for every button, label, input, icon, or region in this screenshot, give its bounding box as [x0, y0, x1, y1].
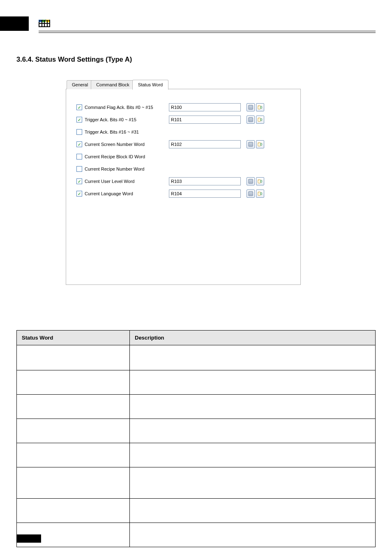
svg-rect-46 — [249, 194, 250, 194]
trigger-ack-16-31: Trigger Ack. Bits #16 ~ #31 — [76, 127, 293, 136]
svg-rect-27 — [249, 146, 250, 146]
table-row — [17, 419, 376, 443]
current-recipe-block-id-word-checkbox[interactable] — [76, 154, 82, 160]
svg-rect-45 — [249, 192, 252, 193]
current-screen-number-word-input[interactable] — [169, 140, 241, 148]
table-cell-description — [130, 523, 376, 547]
current-user-level-word-checkbox[interactable] — [76, 178, 82, 184]
header-accent-block — [0, 16, 29, 31]
keypad-icon[interactable] — [247, 177, 255, 185]
command-flag-ack-0-15-checkbox[interactable] — [76, 104, 82, 110]
svg-rect-37 — [251, 181, 252, 182]
table-row — [17, 467, 376, 499]
trigger-ack-16-31-label: Trigger Ack. Bits #16 ~ #31 — [85, 130, 169, 134]
table-cell-description — [130, 370, 376, 395]
trigger-ack-0-15-label: Trigger Ack. Bits #0 ~ #15 — [85, 117, 169, 122]
current-screen-number-word-label: Current Screen Number Word — [85, 142, 169, 147]
svg-rect-25 — [250, 144, 251, 145]
table-cell-status-word — [17, 345, 130, 370]
svg-point-43 — [258, 180, 259, 180]
status-word-description-table: Status Word Description — [16, 330, 376, 547]
tag-browser-icon[interactable] — [256, 103, 264, 111]
table-cell-status-word — [17, 395, 130, 419]
svg-point-54 — [258, 192, 259, 193]
table-cell-description — [130, 467, 376, 499]
svg-rect-29 — [251, 146, 252, 146]
trigger-ack-0-15-input[interactable] — [169, 116, 241, 124]
current-recipe-number-word-checkbox[interactable] — [76, 166, 82, 172]
section-title: 3.6.4. Status Word Settings (Type A) — [16, 56, 392, 63]
table-cell-description — [130, 443, 376, 467]
keypad-icon[interactable] — [247, 116, 255, 124]
table-cell-description — [130, 345, 376, 370]
svg-rect-19 — [258, 118, 261, 122]
trigger-ack-16-31-checkbox[interactable] — [76, 129, 82, 135]
table-row — [17, 345, 376, 370]
table-header-description: Description — [130, 331, 376, 345]
table-cell-status-word — [17, 467, 130, 499]
table-cell-status-word — [17, 419, 130, 443]
svg-rect-41 — [258, 180, 261, 183]
svg-rect-4 — [251, 107, 252, 108]
table-row — [17, 523, 376, 547]
svg-rect-6 — [250, 109, 251, 109]
current-language-word-checkbox[interactable] — [76, 191, 82, 197]
table-row — [17, 370, 376, 395]
dialog-tabs: General Command Block Status Word — [66, 80, 301, 89]
svg-rect-16 — [249, 121, 250, 122]
command-flag-ack-0-15-input[interactable] — [169, 103, 241, 111]
svg-rect-9 — [261, 106, 262, 108]
svg-rect-31 — [261, 143, 262, 145]
footer-accent-block — [16, 534, 41, 543]
svg-rect-12 — [249, 118, 252, 119]
table-cell-status-word — [17, 499, 130, 523]
svg-point-32 — [258, 143, 259, 143]
table-cell-description — [130, 395, 376, 419]
table-row — [17, 443, 376, 467]
svg-rect-15 — [251, 120, 252, 120]
keypad-icon[interactable] — [247, 140, 255, 148]
svg-rect-8 — [258, 106, 261, 109]
page-header — [0, 0, 392, 33]
tab-command-block[interactable]: Command Block — [91, 80, 135, 89]
svg-rect-47 — [250, 194, 251, 194]
table-header-status-word: Status Word — [17, 331, 130, 345]
svg-rect-30 — [258, 143, 261, 146]
svg-rect-26 — [251, 144, 252, 145]
svg-rect-7 — [251, 109, 252, 109]
tag-browser-icon[interactable] — [256, 116, 264, 124]
trigger-ack-0-15-checkbox[interactable] — [76, 117, 82, 123]
svg-rect-23 — [249, 143, 252, 144]
tab-general[interactable]: General — [67, 80, 93, 89]
trigger-ack-0-15: Trigger Ack. Bits #0 ~ #15 — [76, 115, 293, 124]
table-cell-status-word — [17, 443, 130, 467]
command-flag-ack-0-15-label: Command Flag Ack. Bits #0 ~ #15 — [85, 105, 169, 110]
tag-browser-icon[interactable] — [256, 177, 264, 185]
svg-rect-14 — [250, 120, 251, 120]
svg-rect-53 — [261, 192, 262, 194]
current-language-word-label: Current Language Word — [85, 191, 169, 196]
tag-browser-icon[interactable] — [256, 190, 264, 198]
current-recipe-block-id-word-label: Current Recipe Block ID Word — [85, 154, 169, 159]
current-language-word-input[interactable] — [169, 190, 241, 198]
header-rule — [39, 31, 376, 33]
current-user-level-word-input[interactable] — [169, 177, 241, 185]
tag-browser-icon[interactable] — [256, 140, 264, 148]
tab-status-word[interactable]: Status Word — [132, 80, 168, 90]
svg-rect-28 — [250, 146, 251, 146]
svg-rect-24 — [249, 144, 250, 145]
svg-rect-3 — [250, 107, 251, 108]
svg-rect-35 — [249, 181, 250, 182]
svg-rect-17 — [250, 121, 251, 122]
svg-rect-52 — [258, 192, 261, 196]
svg-point-10 — [258, 106, 259, 106]
current-screen-number-word-checkbox[interactable] — [76, 141, 82, 147]
svg-rect-20 — [261, 118, 262, 120]
current-language-word: Current Language Word — [76, 189, 293, 198]
command-flag-ack-0-15: Command Flag Ack. Bits #0 ~ #15 — [76, 103, 293, 112]
keypad-icon[interactable] — [247, 103, 255, 111]
keypad-icon[interactable] — [247, 190, 255, 198]
table-row — [17, 395, 376, 419]
svg-rect-1 — [249, 106, 252, 107]
svg-rect-5 — [249, 109, 250, 109]
